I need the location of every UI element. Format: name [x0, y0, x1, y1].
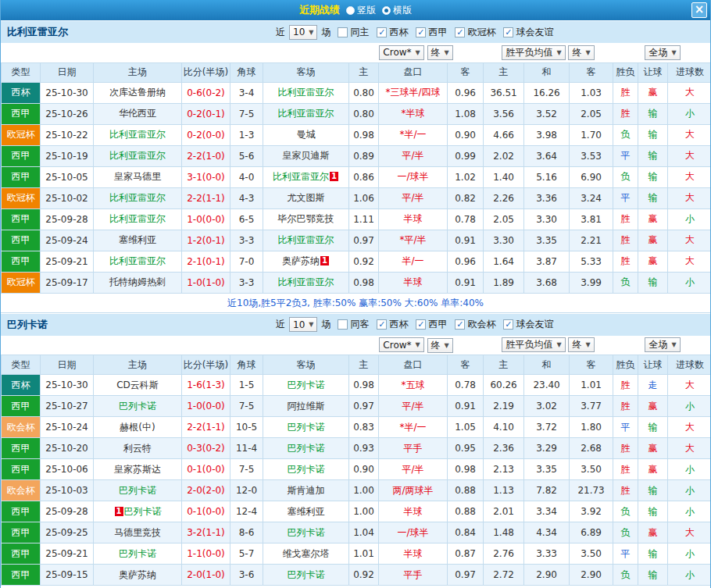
checkbox-icon[interactable]: ✓: [455, 319, 465, 330]
filter-checkbox-同客[interactable]: 同客: [338, 318, 369, 331]
away-team-name[interactable]: 巴列卡诺: [288, 380, 325, 390]
goals-result-cell: 大: [668, 522, 711, 543]
home-team-name[interactable]: 巴列卡诺: [124, 506, 162, 517]
handicap-home-odds: 0.98: [349, 124, 379, 145]
filter-checkbox-球会友谊[interactable]: ✓球会友谊: [503, 318, 553, 331]
odds-company-dropdown[interactable]: Crow*▼: [379, 337, 423, 352]
away-team-name[interactable]: 比利亚雷亚尔: [273, 171, 329, 182]
away-team-name[interactable]: 比利亚雷亚尔: [278, 87, 334, 98]
final-odds-dropdown[interactable]: 终▼: [427, 45, 453, 60]
final-odds-dropdown[interactable]: 终▼: [427, 338, 453, 353]
col-goals: 进球数: [668, 62, 711, 82]
home-team-name[interactable]: CD云科斯: [116, 380, 159, 390]
filter-checkbox-同主[interactable]: 同主: [338, 26, 369, 39]
away-team-name[interactable]: 比利亚雷亚尔: [278, 234, 334, 245]
checkbox-icon[interactable]: ✓: [416, 27, 426, 37]
layout-vertical-radio[interactable]: 竖版: [346, 4, 376, 17]
away-team-name[interactable]: 阿拉维斯: [288, 401, 325, 412]
avg-odds-dropdown[interactable]: 胜平负均值▼: [502, 337, 565, 352]
scope-dropdown[interactable]: 全场▼: [645, 337, 680, 352]
avg-odds-dropdown[interactable]: 胜平负均值▼: [502, 45, 565, 60]
filter-checkbox-西甲[interactable]: ✓西甲: [416, 318, 447, 331]
checkbox-icon[interactable]: [338, 27, 348, 37]
home-team-name[interactable]: 巴列卡诺: [119, 485, 156, 496]
home-team-name[interactable]: 塞维利亚: [119, 234, 156, 245]
checkbox-icon[interactable]: ✓: [503, 27, 513, 37]
corners-cell: 3-6: [230, 565, 263, 586]
match-count-select[interactable]: 10▼: [289, 25, 317, 40]
home-team-name[interactable]: 皇家苏斯达: [114, 464, 161, 475]
result-cell: 胜: [613, 438, 638, 459]
home-team-name[interactable]: 比利亚雷亚尔: [109, 192, 166, 203]
away-team-name[interactable]: 曼城: [297, 129, 316, 140]
final-avg-dropdown[interactable]: 终▼: [568, 337, 594, 352]
away-team-name[interactable]: 斯肯迪加: [288, 485, 325, 496]
away-team-name[interactable]: 塞维利亚: [288, 506, 325, 517]
checkbox-icon[interactable]: ✓: [377, 319, 387, 330]
away-team-name[interactable]: 奥萨苏纳: [282, 255, 320, 266]
home-team-name[interactable]: 赫根(中): [120, 422, 155, 433]
avg-home-odds: 60.26: [484, 375, 524, 396]
chevron-down-icon: ▼: [416, 49, 420, 56]
layout-horizontal-radio[interactable]: 横版: [382, 4, 412, 17]
match-count-select[interactable]: 10▼: [289, 317, 317, 332]
away-team-name[interactable]: 维戈塞尔塔: [283, 548, 330, 559]
checkbox-icon[interactable]: [338, 319, 348, 330]
final-avg-dropdown[interactable]: 终▼: [568, 45, 594, 60]
goals-result-cell: 大: [668, 417, 711, 438]
avg-home-odds: 2.76: [484, 543, 524, 565]
away-team-name[interactable]: 比利亚雷亚尔: [278, 108, 334, 119]
away-team-name[interactable]: 皇家贝迪斯: [283, 150, 330, 161]
home-team-name[interactable]: 奥萨苏纳: [119, 569, 156, 580]
away-team-name[interactable]: 巴列卡诺: [288, 569, 325, 580]
home-team-name[interactable]: 比利亚雷亚尔: [109, 129, 166, 140]
home-team-name[interactable]: 次库达鲁册纳: [109, 87, 166, 98]
radio-selected-icon[interactable]: [382, 6, 391, 15]
filter-checkbox-西杯[interactable]: ✓西杯: [377, 26, 408, 39]
scope-dropdown[interactable]: 全场▼: [645, 45, 680, 60]
close-icon[interactable]: ×: [691, 2, 707, 18]
match-date: 25-10-30: [41, 375, 94, 396]
home-team-name[interactable]: 巴列卡诺: [119, 401, 156, 412]
home-team-name[interactable]: 比利亚雷亚尔: [109, 255, 166, 266]
away-team-name[interactable]: 比利亚雷亚尔: [278, 276, 334, 287]
away-team-name[interactable]: 毕尔巴鄂竞技: [278, 213, 334, 224]
filter-checkbox-西甲[interactable]: ✓西甲: [416, 26, 447, 39]
corners-cell: 3-3: [230, 272, 263, 293]
filter-spacer: [2, 336, 349, 355]
checkbox-icon[interactable]: ✓: [416, 319, 426, 330]
home-team-name[interactable]: 托特纳姆热刺: [109, 276, 166, 287]
filter-checkbox-球会友谊[interactable]: ✓球会友谊: [503, 26, 553, 39]
away-team-name[interactable]: 巴列卡诺: [288, 464, 325, 475]
avg-draw-odds: 3.35: [524, 459, 570, 480]
home-team-name[interactable]: 华伦西亚: [119, 108, 156, 119]
radio-unselected-icon[interactable]: [346, 6, 355, 15]
home-team-name[interactable]: 比利亚雷亚尔: [109, 150, 166, 161]
checkbox-icon[interactable]: ✓: [377, 27, 387, 37]
corners-cell: 12-0: [230, 480, 263, 501]
odds-company-dropdown[interactable]: Crow*▼: [379, 45, 423, 60]
filter-checkbox-欧会杯[interactable]: ✓欧会杯: [455, 318, 495, 331]
away-team-name[interactable]: 巴列卡诺: [288, 422, 325, 433]
home-team-cell: 利云特: [94, 438, 182, 459]
score-cell: 2-2(1-1): [182, 187, 230, 208]
col-handicap-home: 主: [349, 62, 379, 82]
away-team-name[interactable]: 巴列卡诺: [288, 527, 325, 538]
checkbox-icon[interactable]: ✓: [503, 319, 513, 330]
away-team-name[interactable]: 尤文图斯: [288, 192, 325, 203]
home-team-cell: 马德里竞技: [94, 522, 182, 543]
home-team-name[interactable]: 比利亚雷亚尔: [109, 213, 166, 224]
home-team-name[interactable]: 皇家马德里: [114, 171, 161, 182]
home-team-name[interactable]: 巴列卡诺: [119, 548, 156, 559]
score-cell: 0-2(0-1): [182, 103, 230, 124]
filter-checkbox-西杯[interactable]: ✓西杯: [377, 318, 408, 331]
checkbox-icon[interactable]: ✓: [455, 27, 465, 37]
goals-result-cell: 小: [668, 459, 711, 480]
checkbox-label: 西甲: [428, 26, 447, 39]
dropdown-value: 10: [293, 319, 305, 330]
checkbox-label: 欧冠杯: [467, 26, 495, 39]
home-team-name[interactable]: 利云特: [123, 443, 152, 454]
home-team-name[interactable]: 马德里竞技: [114, 527, 161, 538]
filter-checkbox-欧冠杯[interactable]: ✓欧冠杯: [455, 26, 495, 39]
away-team-name[interactable]: 巴列卡诺: [288, 443, 325, 454]
